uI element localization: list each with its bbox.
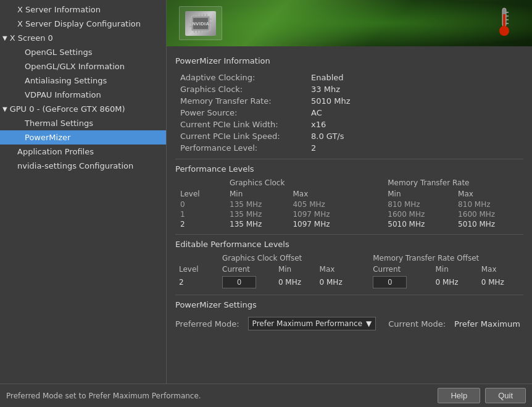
sidebar-item-label: Antialiasing Settings xyxy=(25,76,107,85)
col-level-header xyxy=(175,177,225,188)
col-mtr-min-label: Min xyxy=(383,188,453,199)
sidebar-item-x-server-display[interactable]: X Server Display Configuration xyxy=(0,17,166,31)
row1-mtr-max: 1600 MHz xyxy=(453,209,523,219)
edit-gc-min-cell: 0 MHz xyxy=(275,275,316,290)
status-message: Preferred Mode set to Prefer Maximum Per… xyxy=(6,392,201,400)
sidebar-item-opengl-settings[interactable]: OpenGL Settings xyxy=(0,45,166,59)
table-row: 2 135 MHz 1097 MHz 5010 MHz 5010 MHz xyxy=(175,219,523,229)
nvidia-chip-icon: NVIDIA xyxy=(188,13,213,34)
svg-rect-21 xyxy=(503,14,505,27)
gc-current-input[interactable] xyxy=(222,276,256,288)
edit-spacer xyxy=(357,264,369,275)
sidebar-item-x-server-info[interactable]: X Server Information xyxy=(0,2,166,17)
preferred-mode-dropdown[interactable]: Prefer Maximum Performance ▼ xyxy=(248,317,376,330)
row0-spacer xyxy=(358,199,383,209)
adaptive-clocking-value: Enabled xyxy=(311,73,344,82)
thermometer-icon xyxy=(495,5,513,43)
nvidia-logo-inner: NVIDIA xyxy=(185,11,216,36)
sidebar-item-label: VDPAU Information xyxy=(25,90,101,99)
performance-level-row: Performance Level: 2 xyxy=(175,142,523,154)
dropdown-arrow-icon: ▼ xyxy=(366,319,372,328)
edit-spacer-header xyxy=(357,253,369,264)
editable-performance-table: Graphics Clock Offset Memory Transfer Ra… xyxy=(175,253,523,290)
status-bar: Preferred Mode set to Prefer Maximum Per… xyxy=(0,384,532,407)
powermizer-info-title: PowerMizer Information xyxy=(175,56,523,65)
edit-col-level-label: Level xyxy=(175,264,218,275)
power-source-value: AC xyxy=(311,108,322,117)
row2-gc-max: 1097 MHz xyxy=(288,219,358,229)
edit-mtr-min-cell: 0 MHz xyxy=(431,275,477,290)
edit-gc-current-cell[interactable] xyxy=(218,275,275,290)
row2-spacer xyxy=(358,219,383,229)
row0-gc-max: 405 MHz xyxy=(288,199,358,209)
current-mode-value: Prefer Maximum xyxy=(454,319,520,329)
memory-transfer-value: 5010 Mhz xyxy=(311,96,351,106)
sidebar-item-antialiasing[interactable]: Antialiasing Settings xyxy=(0,73,166,88)
sidebar-item-label: OpenGL/GLX Information xyxy=(25,62,125,71)
table-row: 0 135 MHz 405 MHz 810 MHz 810 MHz xyxy=(175,199,523,209)
row1-spacer xyxy=(358,209,383,219)
row0-mtr-min: 810 MHz xyxy=(383,199,453,209)
adaptive-clocking-row: Adaptive Clocking: Enabled xyxy=(175,72,523,83)
performance-levels-table: Graphics Clock Memory Transfer Rate Leve… xyxy=(175,177,523,229)
power-source-row: Power Source: AC xyxy=(175,107,523,119)
row1-gc-min: 135 MHz xyxy=(225,209,288,219)
sidebar-item-label: X Server Information xyxy=(17,5,101,14)
pcie-width-row: Current PCIe Link Width: x16 xyxy=(175,119,523,130)
edit-col-mtr-current-label: Current xyxy=(369,264,431,275)
edit-row-level: 2 xyxy=(175,275,218,290)
edit-col-current-label: Current xyxy=(218,264,275,275)
preferred-mode-value: Prefer Maximum Performance xyxy=(252,319,362,328)
memory-transfer-label: Memory Transfer Rate: xyxy=(175,96,311,106)
svg-text:NVIDIA: NVIDIA xyxy=(192,22,209,27)
pcie-link-speed-label: Current PCIe Link Speed: xyxy=(175,132,311,141)
adaptive-clocking-label: Adaptive Clocking: xyxy=(175,73,311,82)
sidebar-item-vdpau[interactable]: VDPAU Information xyxy=(0,88,166,102)
edit-gc-max-cell: 0 MHz xyxy=(316,275,357,290)
sidebar-item-label: X Server Display Configuration xyxy=(17,19,141,28)
divider-2 xyxy=(175,234,523,235)
edit-col-min-label: Min xyxy=(275,264,316,275)
edit-mtr-max-cell: 0 MHz xyxy=(478,275,523,290)
sidebar-item-gpu-0[interactable]: ▼ GPU 0 - (GeForce GTX 860M) xyxy=(0,102,166,116)
sidebar-item-x-screen-0[interactable]: ▼ X Screen 0 xyxy=(0,31,166,45)
sidebar-item-opengl-glx[interactable]: OpenGL/GLX Information xyxy=(0,59,166,73)
col-spacer xyxy=(358,188,383,199)
edit-col-mtr-min-label: Min xyxy=(431,264,477,275)
edit-table-row: 2 0 MHz 0 MHz 0 MHz 0 MHz xyxy=(175,275,523,290)
col-spacer-header xyxy=(358,177,383,188)
graphics-clock-value: 33 Mhz xyxy=(311,85,340,94)
row0-mtr-max: 810 MHz xyxy=(453,199,523,209)
powermizer-settings-title: PowerMizer Settings xyxy=(175,300,523,309)
nvidia-banner: NVIDIA xyxy=(167,0,532,46)
row0-level: 0 xyxy=(175,199,225,209)
col-gc-min-label: Min xyxy=(225,188,288,199)
table-row: 1 135 MHz 1097 MHz 1600 MHz 1600 MHz xyxy=(175,209,523,219)
row2-mtr-min: 5010 MHz xyxy=(383,219,453,229)
sidebar-item-app-profiles[interactable]: Application Profiles xyxy=(0,145,166,159)
row0-gc-min: 135 MHz xyxy=(225,199,288,209)
sidebar-item-powermizer[interactable]: PowerMizer xyxy=(0,130,166,145)
col-level-label: Level xyxy=(175,188,225,199)
sidebar-item-nvidia-settings-config[interactable]: nvidia-settings Configuration xyxy=(0,159,166,173)
content-area: PowerMizer Information Adaptive Clocking… xyxy=(167,46,532,384)
row1-gc-max: 1097 MHz xyxy=(288,209,358,219)
nvidia-logo: NVIDIA xyxy=(179,6,222,40)
sidebar-item-thermal-settings[interactable]: Thermal Settings xyxy=(0,116,166,130)
perf-levels-title: Performance Levels xyxy=(175,164,523,174)
help-button[interactable]: Help xyxy=(438,388,480,403)
graphics-clock-row: Graphics Clock: 33 Mhz xyxy=(175,83,523,95)
edit-mtr-current-cell[interactable] xyxy=(369,275,431,290)
current-mode-label: Current Mode: xyxy=(388,319,446,329)
edit-col-mtr-max-label: Max xyxy=(478,264,523,275)
info-table: Adaptive Clocking: Enabled Graphics Cloc… xyxy=(175,72,523,154)
sidebar-item-label: X Screen 0 xyxy=(10,33,53,43)
mtr-current-input[interactable] xyxy=(373,276,407,288)
col-mtr-max-label: Max xyxy=(453,188,523,199)
row2-gc-min: 135 MHz xyxy=(225,219,288,229)
thermometer-svg xyxy=(495,5,513,39)
performance-level-label: Performance Level: xyxy=(175,143,311,153)
col-gc-group-header: Graphics Clock xyxy=(225,177,358,188)
quit-button[interactable]: Quit xyxy=(485,388,526,403)
power-source-label: Power Source: xyxy=(175,108,311,117)
